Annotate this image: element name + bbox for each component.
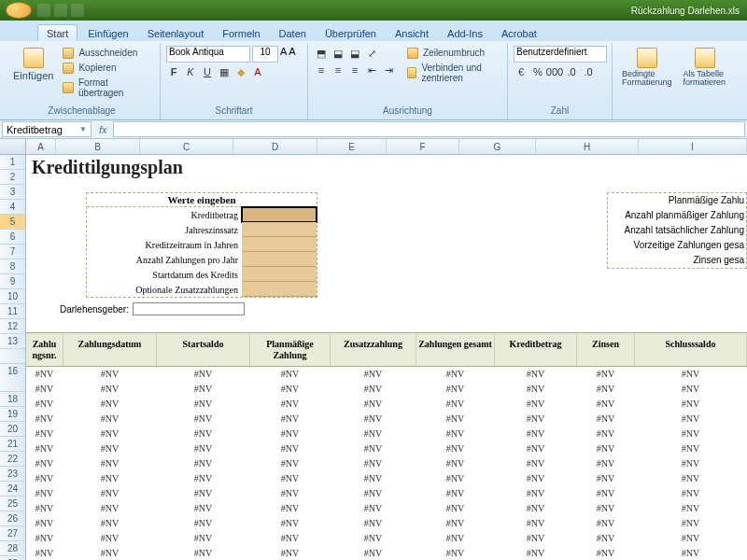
table-cell[interactable]: #NV	[26, 397, 63, 412]
table-cell[interactable]: #NV	[495, 516, 577, 531]
table-cell[interactable]: #NV	[26, 486, 63, 501]
table-cell[interactable]: #NV	[495, 531, 577, 546]
table-header-cell[interactable]: Zinsen	[577, 333, 635, 366]
table-cell[interactable]: #NV	[331, 486, 416, 501]
table-cell[interactable]: #NV	[331, 367, 416, 382]
formula-input[interactable]	[113, 121, 745, 137]
table-cell[interactable]: #NV	[495, 412, 577, 427]
table-cell[interactable]: #NV	[635, 412, 747, 427]
row-header[interactable]: 19	[0, 407, 26, 422]
table-cell[interactable]: #NV	[635, 471, 747, 486]
table-cell[interactable]: #NV	[635, 397, 747, 412]
table-cell[interactable]: #NV	[63, 501, 157, 516]
table-cell[interactable]: #NV	[635, 501, 747, 516]
number-format-select[interactable]: Benutzerdefiniert	[514, 46, 607, 63]
table-cell[interactable]: #NV	[331, 412, 416, 427]
table-cell[interactable]: #NV	[416, 427, 495, 441]
chevron-down-icon[interactable]: ▼	[79, 125, 87, 133]
row-header[interactable]: 26	[0, 511, 26, 526]
align-left-icon[interactable]: ≡	[314, 63, 329, 77]
table-cell[interactable]: #NV	[250, 471, 331, 486]
table-cell[interactable]: #NV	[63, 471, 157, 486]
input-cell[interactable]	[242, 282, 317, 297]
col-header[interactable]: F	[387, 139, 459, 154]
table-cell[interactable]: #NV	[577, 412, 635, 427]
row-header[interactable]: 1	[0, 155, 26, 170]
table-cell[interactable]: #NV	[495, 471, 577, 486]
table-cell[interactable]: #NV	[250, 397, 331, 412]
table-cell[interactable]: #NV	[250, 427, 331, 441]
table-cell[interactable]: #NV	[416, 382, 495, 397]
table-cell[interactable]: #NV	[416, 367, 495, 382]
table-cell[interactable]: #NV	[635, 486, 747, 501]
ribbon-tab-add-ins[interactable]: Add-Ins	[439, 25, 491, 41]
table-cell[interactable]: #NV	[577, 367, 635, 382]
lender-input[interactable]	[133, 302, 245, 315]
table-cell[interactable]: #NV	[157, 531, 250, 546]
input-cell[interactable]	[242, 252, 317, 267]
table-cell[interactable]: #NV	[495, 427, 577, 441]
underline-icon[interactable]: U	[200, 64, 215, 79]
align-right-icon[interactable]: ≡	[347, 63, 362, 77]
ribbon-tab-formeln[interactable]: Formeln	[214, 25, 268, 41]
table-cell[interactable]: #NV	[416, 397, 495, 412]
table-cell[interactable]: #NV	[577, 441, 635, 456]
currency-icon[interactable]: €	[514, 64, 529, 79]
grow-font-icon[interactable]: A	[280, 46, 287, 63]
row-header[interactable]: 25	[0, 497, 26, 511]
orientation-icon[interactable]: ⤢	[364, 46, 379, 61]
fill-color-icon[interactable]: ◆	[233, 64, 248, 79]
table-cell[interactable]: #NV	[577, 456, 635, 471]
col-header[interactable]: C	[140, 139, 233, 154]
table-cell[interactable]: #NV	[495, 441, 577, 456]
table-cell[interactable]: #NV	[157, 516, 250, 531]
table-cell[interactable]: #NV	[157, 412, 250, 427]
row-header[interactable]: 23	[0, 467, 26, 482]
row-header[interactable]: 16	[0, 364, 26, 392]
name-box[interactable]: Kreditbetrag ▼	[2, 121, 92, 137]
table-cell[interactable]: #NV	[495, 397, 577, 412]
table-cell[interactable]: #NV	[635, 427, 747, 441]
table-cell[interactable]: #NV	[495, 456, 577, 471]
table-cell[interactable]: #NV	[577, 486, 635, 501]
align-top-icon[interactable]: ⬒	[314, 46, 329, 61]
table-cell[interactable]: #NV	[26, 456, 63, 471]
save-icon[interactable]	[37, 4, 50, 17]
row-header[interactable]: 22	[0, 452, 26, 467]
comma-icon[interactable]: 000	[547, 64, 562, 79]
table-cell[interactable]: #NV	[416, 471, 495, 486]
table-cell[interactable]: #NV	[331, 441, 416, 456]
table-cell[interactable]: #NV	[495, 501, 577, 516]
font-name-select[interactable]: Book Antiqua	[166, 46, 250, 63]
ribbon-tab-seitenlayout[interactable]: Seitenlayout	[139, 25, 213, 41]
table-header-cell[interactable]: Kreditbetrag	[495, 333, 577, 366]
row-header[interactable]: 13	[0, 334, 26, 349]
row-header[interactable]: 24	[0, 482, 26, 497]
dec-decimal-icon[interactable]: .0	[581, 64, 596, 79]
table-cell[interactable]: #NV	[63, 441, 157, 456]
table-cell[interactable]: #NV	[331, 471, 416, 486]
table-cell[interactable]: #NV	[635, 382, 747, 397]
table-cell[interactable]: #NV	[416, 516, 495, 531]
table-header-cell[interactable]: Startsaldo	[157, 333, 250, 366]
table-cell[interactable]: #NV	[250, 516, 331, 531]
table-cell[interactable]: #NV	[635, 546, 747, 560]
italic-icon[interactable]: K	[183, 64, 198, 79]
table-cell[interactable]: #NV	[577, 546, 635, 560]
table-cell[interactable]: #NV	[26, 531, 63, 546]
table-cell[interactable]: #NV	[250, 501, 331, 516]
table-cell[interactable]: #NV	[331, 456, 416, 471]
fx-icon[interactable]: fx	[93, 124, 113, 135]
ribbon-tab-daten[interactable]: Daten	[271, 25, 315, 41]
table-cell[interactable]: #NV	[250, 412, 331, 427]
row-header[interactable]: 18	[0, 392, 26, 407]
table-cell[interactable]: #NV	[635, 531, 747, 546]
row-header[interactable]: 29	[0, 556, 26, 560]
row-header[interactable]: 2	[0, 170, 26, 185]
table-header-cell[interactable]: Zahlu ngsnr.	[26, 333, 63, 366]
table-cell[interactable]: #NV	[577, 471, 635, 486]
table-cell[interactable]: #NV	[635, 456, 747, 471]
table-cell[interactable]: #NV	[26, 382, 63, 397]
table-cell[interactable]: #NV	[250, 531, 331, 546]
format-painter-button[interactable]: Format übertragen	[61, 76, 154, 100]
